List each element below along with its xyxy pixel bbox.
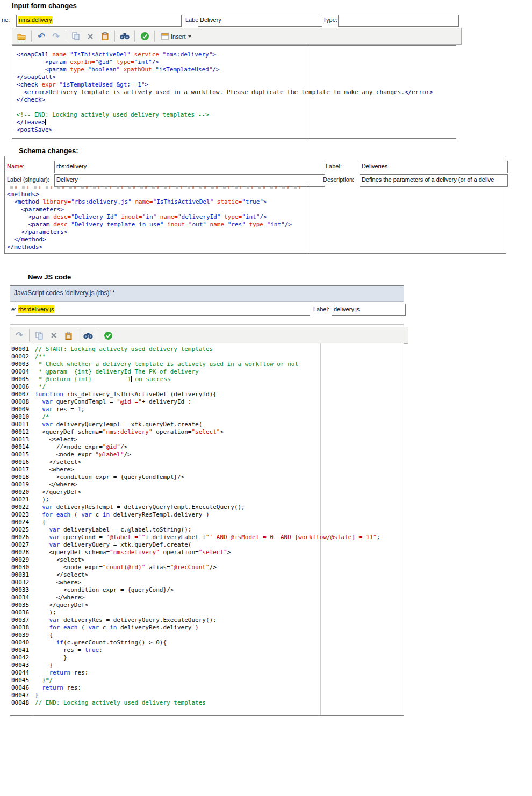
js-editor-window: JavaScript codes 'delivery.js (rbs)' * e… <box>10 285 404 716</box>
paste-button[interactable] <box>62 329 75 342</box>
schema-label-label: Label: <box>326 163 342 169</box>
cut-icon <box>51 332 57 339</box>
section-title: Input form changes <box>12 2 77 10</box>
copy-button[interactable] <box>69 30 82 43</box>
check-icon <box>140 32 149 41</box>
redo-button[interactable]: ↷ <box>49 30 62 43</box>
schema-code-content[interactable]: <methods> <method library="rbs:delivery.… <box>7 191 505 251</box>
section-title: New JS code <box>28 273 71 281</box>
cut-button[interactable] <box>47 329 60 342</box>
cut-icon <box>87 33 94 40</box>
undo-button[interactable]: ↶ <box>35 30 48 43</box>
paste-icon <box>102 32 109 40</box>
validate-button[interactable] <box>138 30 151 43</box>
name-value: nms:delivery <box>18 16 53 24</box>
label-input[interactable]: Delivery <box>198 15 322 27</box>
editor-title-bar: JavaScript codes 'delivery.js (rbs)' * <box>10 286 404 302</box>
form-toolbar: ↶ ↷ Insert <box>12 28 462 45</box>
insert-button[interactable]: Insert <box>158 29 195 44</box>
schema-name-label: Name: <box>7 163 24 169</box>
type-input[interactable] <box>338 15 459 27</box>
copy-icon <box>72 32 80 40</box>
chevron-down-icon <box>188 35 191 38</box>
section-title: Schema changes: <box>19 147 78 155</box>
schema-description-input[interactable]: Defines the parameters of a delivery (or… <box>360 174 508 187</box>
toolbar-separator <box>78 329 78 341</box>
validate-button[interactable] <box>102 329 114 342</box>
folder-icon <box>17 33 26 40</box>
binoculars-icon <box>120 33 130 40</box>
binoculars-icon <box>83 332 93 339</box>
schema-editor-panel: Name: rbs:delivery Label: Deliveries Lab… <box>4 156 506 254</box>
schema-singular-input[interactable]: Delivery <box>54 174 325 187</box>
toolbar-separator <box>134 31 135 42</box>
label-input[interactable]: delivery.js <box>332 304 406 316</box>
copy-icon <box>35 332 44 340</box>
type-label: Type: <box>323 17 337 23</box>
toolbar-separator <box>114 31 115 42</box>
search-button[interactable] <box>82 329 95 342</box>
toolbar-separator <box>31 31 32 42</box>
toolbar-separator <box>66 31 66 42</box>
search-button[interactable] <box>118 30 131 43</box>
paste-icon <box>65 332 72 340</box>
schema-description-label: Description: <box>323 176 354 183</box>
folder-button[interactable] <box>15 30 28 43</box>
js-toolbar: ↷ <box>10 327 408 344</box>
insert-icon <box>161 33 169 40</box>
schema-singular-label: Label (singular): <box>7 176 49 183</box>
js-section: New JS code JavaScript codes 'delivery.j… <box>0 272 532 724</box>
xml-editor[interactable]: <soapCall name="IsThisActiveDel" service… <box>12 45 456 139</box>
toolbar-separator <box>154 31 155 42</box>
name-label: ne: <box>2 17 10 23</box>
redo-button[interactable]: ↷ <box>13 329 26 342</box>
label-label: Label: <box>313 306 329 312</box>
cut-button[interactable] <box>84 30 97 43</box>
xml-code-content: <soapCall name="IsThisActiveDel" service… <box>17 51 455 134</box>
schema-label-input[interactable]: Deliveries <box>360 161 508 173</box>
divider <box>10 324 404 325</box>
name-value: rbs:delivery.js <box>18 305 54 313</box>
toolbar-separator <box>98 329 98 341</box>
paste-button[interactable] <box>98 30 111 43</box>
clipped-code-line <box>10 186 300 189</box>
js-line-gutter: 0000100002000030000400005000060000700008… <box>10 343 34 715</box>
redo-icon: ↷ <box>52 32 59 41</box>
name-input[interactable]: nms:delivery <box>16 15 182 27</box>
redo-icon: ↷ <box>16 331 23 340</box>
name-input[interactable]: rbs:delivery.js <box>16 304 310 316</box>
toolbar-separator <box>29 329 30 341</box>
js-code-content: // START: Locking actively used delivery… <box>35 346 403 707</box>
copy-button[interactable] <box>33 329 46 342</box>
schema-name-input[interactable]: rbs:delivery <box>54 161 325 173</box>
schema-section: Schema changes: Name: rbs:delivery Label… <box>0 146 532 255</box>
insert-label: Insert <box>171 33 186 40</box>
input-form-section: Input form changes ne: nms:delivery Labe… <box>0 0 532 141</box>
js-code-editor[interactable]: 0000100002000030000400005000060000700008… <box>10 343 404 715</box>
check-icon <box>104 331 113 340</box>
undo-icon: ↶ <box>38 32 45 41</box>
